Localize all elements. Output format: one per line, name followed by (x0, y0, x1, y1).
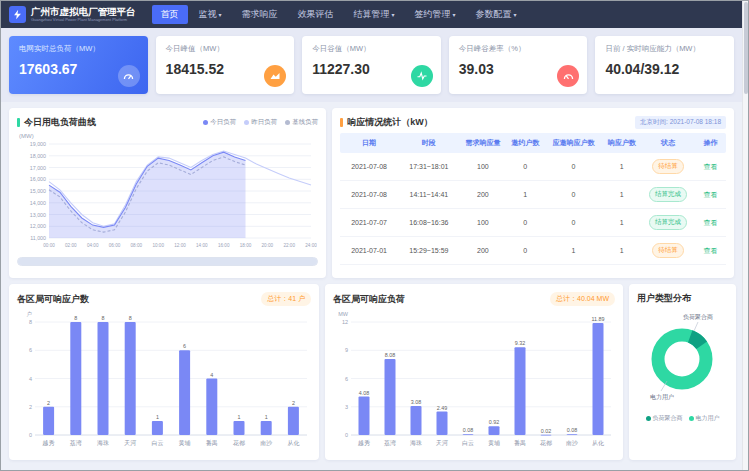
view-link[interactable]: 查看 (704, 247, 718, 254)
svg-text:12: 12 (342, 319, 348, 325)
svg-text:22:00: 22:00 (283, 243, 295, 248)
view-link[interactable]: 查看 (704, 163, 718, 170)
kpi-row: 电网实时总负荷（MW） 17603.67 今日峰值（MW） 18415.52 今… (9, 36, 734, 94)
bar[interactable] (43, 407, 54, 435)
bar[interactable] (463, 434, 474, 435)
bar[interactable] (437, 412, 448, 435)
nav-item-0[interactable]: 首页 (152, 5, 188, 24)
svg-text:番禺: 番禺 (206, 439, 218, 447)
chart-zoom-handle[interactable] (18, 258, 317, 265)
table-cell: 100 (460, 163, 506, 170)
legend-item[interactable]: 昨日负荷 (244, 118, 277, 127)
bar[interactable] (234, 421, 245, 435)
kpi-band: 电网实时总负荷（MW） 17603.67 今日峰值（MW） 18415.52 今… (1, 28, 748, 102)
bar[interactable] (567, 434, 578, 435)
svg-text:08:00: 08:00 (131, 243, 143, 248)
svg-text:8: 8 (102, 315, 105, 321)
bar[interactable] (385, 359, 396, 435)
bar[interactable] (179, 350, 190, 435)
scrollbar-thumb[interactable] (744, 2, 748, 94)
table-cell: 16:08~16:36 (398, 219, 460, 226)
table-cell: 1 (602, 191, 641, 198)
table-cell: 0 (545, 191, 603, 198)
view-link[interactable]: 查看 (704, 219, 718, 226)
y-axis-unit: (MW) (19, 133, 318, 139)
status-badge: 待结算 (652, 243, 684, 258)
svg-text:南沙: 南沙 (260, 440, 272, 446)
bar[interactable] (206, 379, 217, 436)
legend-dot-icon (244, 120, 249, 125)
table-header-cell: 操作 (695, 133, 726, 153)
svg-text:18:00: 18:00 (240, 243, 252, 248)
table-header-cell: 状态 (641, 133, 695, 153)
bar[interactable] (515, 347, 526, 435)
kpi-label: 日前 / 实时响应能力（MW） (605, 44, 724, 54)
svg-text:天河: 天河 (124, 440, 136, 446)
bar[interactable] (70, 322, 81, 435)
nav-item-label: 结算管理 (354, 8, 390, 21)
svg-text:02:00: 02:00 (65, 243, 77, 248)
table-header-cell: 响应户数 (602, 133, 641, 153)
nav-item-1[interactable]: 监视▾ (190, 5, 231, 24)
bar[interactable] (489, 426, 500, 435)
legend-item[interactable]: 今日负荷 (203, 118, 236, 127)
legend-item[interactable]: 负荷聚合商 (646, 414, 683, 423)
nav-item-5[interactable]: 签约管理▾ (406, 5, 465, 24)
table-cell: 200 (460, 191, 506, 198)
middle-row: 今日用电负荷曲线 今日负荷昨日负荷基线负荷 (MW) 11,00012,0001… (9, 108, 734, 278)
svg-text:12:00: 12:00 (174, 243, 186, 248)
nav-item-2[interactable]: 需求响应 (233, 5, 287, 24)
svg-text:20:00: 20:00 (262, 243, 274, 248)
svg-text:4: 4 (29, 376, 32, 382)
svg-text:2.49: 2.49 (437, 405, 448, 411)
table-row: 2021-07-0115:29~15:59200011待结算查看 (340, 237, 726, 265)
svg-text:荔湾: 荔湾 (384, 439, 396, 447)
bar[interactable] (261, 421, 272, 435)
bar[interactable] (411, 406, 422, 435)
nav-item-4[interactable]: 结算管理▾ (345, 5, 404, 24)
bar[interactable] (125, 322, 136, 435)
view-link[interactable]: 查看 (704, 191, 718, 198)
table-header-cell: 时段 (398, 133, 460, 153)
table-cell: 0 (545, 219, 603, 226)
svg-text:越秀: 越秀 (358, 439, 370, 447)
legend-item[interactable]: 基线负荷 (285, 118, 318, 127)
svg-text:1: 1 (265, 414, 268, 420)
svg-text:3.08: 3.08 (411, 399, 422, 405)
table-cell: 0 (506, 163, 545, 170)
top-navbar: 广州市虚拟电厂管理平台 Guangzhou Virtual Power Plan… (1, 1, 748, 28)
legend-item[interactable]: 电力用户 (689, 414, 720, 423)
svg-text:海珠: 海珠 (410, 440, 422, 446)
panel-title: 用户类型分布 (637, 292, 691, 305)
table-cell: 15:29~15:59 (398, 247, 460, 254)
chart-zoom-slider[interactable] (17, 257, 318, 266)
svg-text:MW: MW (338, 311, 349, 317)
svg-text:11.89: 11.89 (591, 316, 604, 322)
kpi-label: 今日峰谷差率（%） (459, 44, 578, 54)
bar[interactable] (98, 322, 109, 435)
bar[interactable] (288, 407, 299, 435)
svg-text:从化: 从化 (592, 440, 604, 447)
chevron-down-icon: ▾ (219, 11, 222, 18)
bar[interactable] (593, 323, 604, 435)
nav-item-label: 参数配置 (476, 8, 512, 21)
brand: 广州市虚拟电厂管理平台 Guangzhou Virtual Power Plan… (9, 6, 136, 23)
svg-text:06:00: 06:00 (109, 243, 121, 248)
legend-label: 昨日负荷 (251, 118, 277, 127)
nav-item-3[interactable]: 效果评估 (289, 5, 343, 24)
nav-item-6[interactable]: 参数配置▾ (467, 5, 526, 24)
kpi-value: 40.04/39.12 (605, 61, 724, 77)
bar[interactable] (359, 397, 370, 435)
svg-text:海珠: 海珠 (97, 440, 109, 446)
table-row: 2021-07-0716:08~16:36100001结算完成查看 (340, 209, 726, 237)
svg-text:6: 6 (183, 343, 186, 349)
legend-label: 负荷聚合商 (653, 414, 683, 423)
vertical-scrollbar[interactable] (742, 1, 748, 470)
chevron-down-icon: ▾ (514, 11, 517, 18)
bar[interactable] (541, 435, 552, 436)
district-load-chart: 036912MW4.08越秀8.08荔湾3.08海珠2.49天河0.08白云0.… (333, 310, 615, 448)
bar[interactable] (152, 421, 163, 435)
panel-title: 各区局可响应负荷 (333, 293, 405, 306)
svg-text:0.92: 0.92 (489, 419, 500, 425)
svg-text:负荷聚合商: 负荷聚合商 (683, 313, 713, 321)
